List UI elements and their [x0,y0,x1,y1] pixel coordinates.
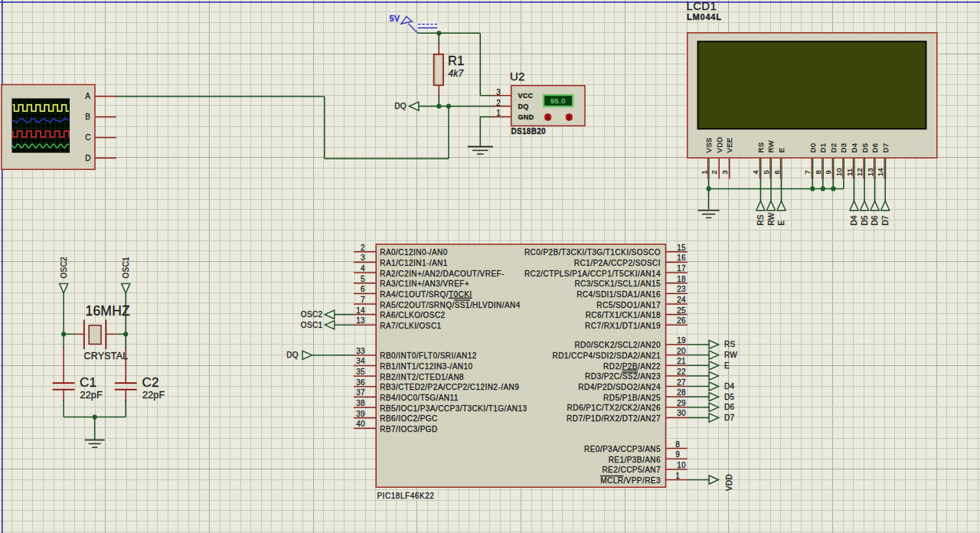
svg-text:23: 23 [677,285,686,293]
svg-text:2: 2 [361,244,365,252]
svg-text:35: 35 [356,368,365,376]
svg-text:7: 7 [361,296,365,304]
svg-text:U2: U2 [510,70,525,83]
svg-text:CRYSTAL: CRYSTAL [84,351,129,361]
svg-text:D5: D5 [861,143,869,153]
svg-text:18: 18 [677,275,686,283]
svg-text:E: E [777,221,786,226]
svg-text:D5: D5 [861,215,869,226]
svg-text:LCD1: LCD1 [687,0,717,12]
svg-text:RC7/RX1/DT1/AN19: RC7/RX1/DT1/AN19 [585,322,661,330]
svg-text:OSC1: OSC1 [301,321,323,329]
svg-text:20: 20 [677,347,686,355]
svg-text:4: 4 [361,264,365,273]
svg-text:14: 14 [356,306,365,315]
svg-text:A: A [85,92,90,100]
svg-text:5V: 5V [390,14,400,23]
svg-text:RD1/CCP4/SDI2/SDA2/AN21: RD1/CCP4/SDI2/SDA2/AN21 [552,352,661,360]
svg-text:RD3/P2C/SS2/AN23: RD3/P2C/SS2/AN23 [585,372,661,381]
svg-text:13: 13 [866,168,874,176]
svg-text:34: 34 [356,357,365,365]
svg-text:13: 13 [356,316,365,325]
svg-text:RE2/CCP5/AN7: RE2/CCP5/AN7 [602,466,661,474]
svg-text:RC2/CTPLS/P1A/CCP1/T5CKI/AN14: RC2/CTPLS/P1A/CCP1/T5CKI/AN14 [524,270,661,278]
svg-text:RC6/TX1/CK1/AN18: RC6/TX1/CK1/AN18 [586,311,661,319]
svg-text:6: 6 [773,170,781,174]
svg-text:D7: D7 [724,414,735,422]
svg-text:RS: RS [756,214,765,226]
svg-text:14: 14 [876,168,884,176]
svg-text:D6: D6 [871,143,879,153]
svg-text:RE0/P3A/CCP3/AN5: RE0/P3A/CCP3/AN5 [584,445,661,453]
svg-text:16MHZ: 16MHZ [86,303,130,319]
svg-text:28: 28 [677,388,686,397]
svg-text:D7: D7 [881,143,890,153]
svg-text:17: 17 [677,264,686,273]
svg-text:25: 25 [677,306,686,315]
svg-text:RB1/INT1/C12IN3-/AN10: RB1/INT1/C12IN3-/AN10 [380,362,472,371]
svg-text:RB6/IOC2/PGC: RB6/IOC2/PGC [380,414,437,423]
svg-text:D5: D5 [724,393,735,401]
svg-text:LM044L: LM044L [687,12,722,21]
svg-text:12: 12 [855,168,864,176]
svg-text:8: 8 [675,440,680,449]
svg-text:D6: D6 [871,215,879,226]
svg-text:DQ: DQ [286,351,299,359]
svg-text:D3: D3 [839,143,848,153]
svg-text:22pF: 22pF [80,390,103,401]
svg-text:B: B [85,113,90,121]
svg-text:1: 1 [675,472,680,480]
svg-text:40: 40 [356,420,365,428]
svg-text:36: 36 [356,378,365,387]
svg-text:C: C [85,133,90,142]
svg-text:3: 3 [496,88,501,96]
svg-text:26: 26 [677,316,686,325]
svg-text:D7: D7 [881,215,890,226]
svg-text:RB3/CTED2/P2A/CCP2/C12IN2-/AN9: RB3/CTED2/P2A/CCP2/C12IN2-/AN9 [380,383,519,391]
svg-text:RA3/C1IN+/AN3/VREF+: RA3/C1IN+/AN3/VREF+ [380,280,469,288]
svg-text:D4: D4 [850,143,858,153]
svg-text:RB7/IOC3/PGD: RB7/IOC3/PGD [380,425,437,433]
svg-text:8: 8 [814,170,822,174]
svg-text:MCLR/VPP/RE3: MCLR/VPP/RE3 [600,476,661,485]
svg-text:22pF: 22pF [142,390,165,401]
svg-text:1: 1 [496,109,501,117]
svg-text:E: E [724,361,730,370]
svg-text:3: 3 [720,170,729,174]
svg-text:D6: D6 [724,403,735,411]
svg-text:7: 7 [803,170,812,174]
svg-text:DS18B20: DS18B20 [511,127,547,136]
svg-text:RC5/SDO1/AN17: RC5/SDO1/AN17 [596,301,661,309]
svg-text:11: 11 [845,168,854,176]
svg-text:RC1/P2A/CCP2/SOSCI: RC1/P2A/CCP2/SOSCI [574,259,661,267]
svg-text:RS: RS [724,340,736,348]
svg-text:OSC2: OSC2 [301,310,323,319]
svg-text:VEE: VEE [725,138,733,153]
svg-text:R1: R1 [448,54,465,67]
svg-text:6: 6 [361,285,365,293]
svg-text:RB4/IOC0/T5G/AN11: RB4/IOC0/T5G/AN11 [380,394,459,402]
svg-text:RA6/CLKO/OSC2: RA6/CLKO/OSC2 [380,311,445,319]
svg-text:27: 27 [677,378,686,387]
svg-text:RA1/C12IN1-/AN1: RA1/C12IN1-/AN1 [380,259,447,267]
svg-text:10: 10 [677,461,686,469]
svg-text:D: D [85,154,90,162]
svg-text:24: 24 [677,296,686,304]
svg-text:RA0/C12IN0-/AN0: RA0/C12IN0-/AN0 [380,248,447,257]
svg-text:RB0/INT0/FLT0/SRI/AN12: RB0/INT0/FLT0/SRI/AN12 [380,352,476,360]
svg-text:RA2/C2IN+/AN2/DACOUT/VREF-: RA2/C2IN+/AN2/DACOUT/VREF- [380,270,505,278]
svg-text:D4: D4 [850,215,858,226]
svg-text:RB2/INT2/CTED1/AN8: RB2/INT2/CTED1/AN8 [380,373,464,381]
svg-text:39: 39 [356,410,365,418]
svg-text:DQ: DQ [518,103,529,110]
svg-text:95.0: 95.0 [550,97,566,105]
svg-text:RD2/P2B/AN22: RD2/P2B/AN22 [603,362,661,371]
svg-text:5: 5 [762,170,770,174]
svg-text:RA7/CLKI/OSC1: RA7/CLKI/OSC1 [380,322,441,330]
svg-text:16: 16 [677,253,686,262]
svg-text:29: 29 [677,399,686,407]
svg-text:VDD: VDD [715,137,724,153]
svg-text:4: 4 [751,170,760,174]
svg-text:DQ: DQ [394,102,407,110]
svg-text:RW: RW [766,140,775,152]
